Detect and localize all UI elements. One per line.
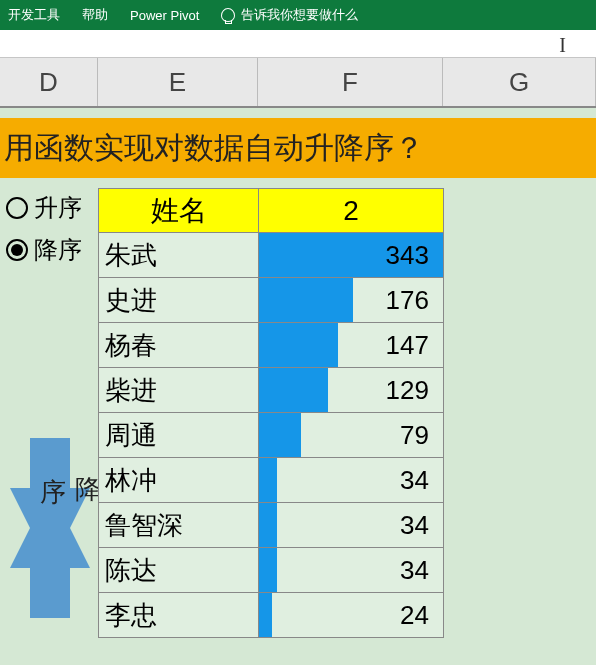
table-row[interactable]: 柴进129 [99,368,444,413]
column-header-f[interactable]: F [258,58,443,106]
value-cell[interactable]: 34 [259,503,444,548]
sort-radio-group: 升序 降序 [6,192,82,276]
table-row[interactable]: 李忠24 [99,593,444,638]
table-row[interactable]: 陈达34 [99,548,444,593]
column-header-g[interactable]: G [443,58,596,106]
name-cell[interactable]: 史进 [99,278,259,323]
name-cell[interactable]: 李忠 [99,593,259,638]
table-row[interactable]: 朱武343 [99,233,444,278]
table-row[interactable]: 杨春147 [99,323,444,368]
radio-asc-label: 升序 [34,192,82,224]
value-text: 147 [265,323,437,367]
value-text: 79 [265,413,437,457]
value-cell[interactable]: 176 [259,278,444,323]
data-table: 姓名 2 朱武343史进176杨春147柴进129周通79林冲34鲁智深34陈达… [98,188,444,638]
value-text: 34 [265,458,437,502]
value-cell[interactable]: 79 [259,413,444,458]
value-text: 129 [265,368,437,412]
tell-me-label: 告诉我你想要做什么 [241,6,358,24]
name-cell[interactable]: 柴进 [99,368,259,413]
value-cell[interactable]: 34 [259,458,444,503]
table-header-value[interactable]: 2 [259,189,444,233]
title-text: 用函数实现对数据自动升降序？ [4,128,424,169]
radio-icon [6,239,28,261]
text-cursor-icon: I [559,34,566,57]
value-text: 34 [265,548,437,592]
value-text: 34 [265,503,437,547]
radio-descending[interactable]: 降序 [6,234,82,266]
lightbulb-icon [221,8,235,22]
column-header-e[interactable]: E [98,58,258,106]
value-text: 343 [265,233,437,277]
value-text: 24 [265,593,437,637]
column-header-d[interactable]: D [0,58,98,106]
value-cell[interactable]: 147 [259,323,444,368]
radio-ascending[interactable]: 升序 [6,192,82,224]
table-row[interactable]: 史进176 [99,278,444,323]
name-cell[interactable]: 杨春 [99,323,259,368]
title-band: 用函数实现对数据自动升降序？ [0,118,596,178]
formula-bar[interactable]: I [0,30,596,58]
radio-desc-label: 降序 [34,234,82,266]
table-row[interactable]: 林冲34 [99,458,444,503]
name-cell[interactable]: 朱武 [99,233,259,278]
value-cell[interactable]: 34 [259,548,444,593]
name-cell[interactable]: 周通 [99,413,259,458]
ribbon-dev-tools[interactable]: 开发工具 [8,6,60,24]
ribbon-power-pivot[interactable]: Power Pivot [130,8,199,23]
table-row[interactable]: 周通79 [99,413,444,458]
name-cell[interactable]: 陈达 [99,548,259,593]
tell-me-search[interactable]: 告诉我你想要做什么 [221,6,358,24]
name-cell[interactable]: 鲁智深 [99,503,259,548]
value-cell[interactable]: 129 [259,368,444,413]
table-header-name[interactable]: 姓名 [99,189,259,233]
ribbon: 开发工具 帮助 Power Pivot 告诉我你想要做什么 [0,0,596,30]
name-cell[interactable]: 林冲 [99,458,259,503]
ribbon-help[interactable]: 帮助 [82,6,108,24]
value-text: 176 [265,278,437,322]
value-cell[interactable]: 24 [259,593,444,638]
value-cell[interactable]: 343 [259,233,444,278]
radio-icon [6,197,28,219]
column-headers: D E F G [0,58,596,108]
table-row[interactable]: 鲁智深34 [99,503,444,548]
